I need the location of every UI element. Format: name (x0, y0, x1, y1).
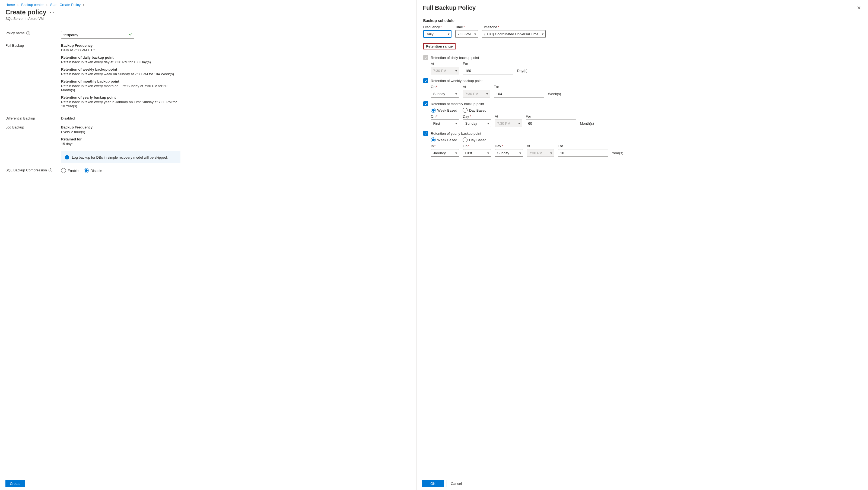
daily-retention-checkbox (423, 55, 428, 60)
full-backup-freq-heading: Backup Frequency (61, 44, 180, 48)
checkmark-icon (129, 32, 133, 37)
monthly-day-label: Day (463, 114, 469, 118)
compression-enable-radio[interactable]: Enable (61, 168, 79, 173)
chevron-down-icon: ▾ (455, 121, 457, 125)
log-backup-freq-heading: Backup Frequency (61, 125, 180, 129)
frequency-label: Frequency (423, 25, 440, 29)
log-backup-freq-value: Every 2 hour(s) (61, 130, 180, 134)
chevron-down-icon: ▾ (448, 32, 450, 36)
yearly-week-based-radio[interactable]: Week Based (431, 138, 457, 142)
more-button[interactable]: ⋯ (50, 9, 55, 15)
time-select[interactable]: 7:30 PM ▾ (455, 30, 478, 38)
page-title: Create policy (5, 8, 46, 16)
chevron-down-icon: ▾ (519, 151, 521, 155)
breadcrumb-home[interactable]: Home (5, 3, 15, 7)
monthly-at-label: At (495, 114, 522, 118)
yearly-retention-label: Retention of yearly backup point (431, 132, 482, 136)
full-backup-freq-value: Daily at 7:30 PM UTC (61, 48, 180, 52)
monthly-retention-checkbox[interactable] (423, 101, 428, 106)
page-subtitle: SQL Server in Azure VM (0, 17, 416, 23)
full-backup-monthly-heading: Retention of monthly backup point (61, 79, 180, 83)
monthly-for-input[interactable] (526, 119, 576, 127)
compression-disable-radio[interactable]: Disable (84, 168, 102, 173)
yearly-on-select[interactable]: First▾ (463, 149, 491, 157)
monthly-retention-label: Retention of monthly backup point (431, 102, 484, 106)
weekly-at-select: 7:30 PM ▾ (463, 90, 490, 97)
ok-button[interactable]: OK (422, 480, 444, 487)
timezone-select[interactable]: (UTC) Coordinated Universal Time ▾ (482, 30, 546, 38)
yearly-for-input[interactable] (558, 149, 608, 157)
yearly-at-label: At (527, 144, 554, 148)
compression-enable-label: Enable (68, 169, 79, 173)
log-backup-ret-heading: Retained for (61, 137, 180, 141)
yearly-unit: Year(s) (612, 151, 623, 157)
monthly-day-select[interactable]: Sunday▾ (463, 119, 491, 127)
monthly-for-label: For (526, 114, 576, 118)
yearly-in-label: In (431, 144, 434, 148)
full-backup-label: Full Backup (5, 44, 61, 48)
monthly-day-based-radio[interactable]: Day Based (463, 108, 487, 113)
policy-name-input[interactable] (61, 31, 134, 38)
compression-label: SQL Backup Compression (5, 168, 47, 172)
monthly-unit: Month(s) (580, 121, 594, 127)
yearly-for-label: For (558, 144, 608, 148)
yearly-day-label: Day (495, 144, 501, 148)
weekly-for-input[interactable] (494, 90, 544, 97)
diff-backup-label: Differential Backup (5, 116, 61, 120)
weekly-on-select[interactable]: Sunday ▾ (431, 90, 459, 97)
yearly-day-based-radio[interactable]: Day Based (463, 138, 487, 142)
full-backup-yearly-value: Retain backup taken every year in Januar… (61, 100, 180, 108)
weekly-at-label: At (463, 85, 490, 89)
frequency-select[interactable]: Daily ▾ (423, 30, 452, 38)
daily-for-input[interactable] (463, 67, 514, 75)
yearly-retention-checkbox[interactable] (423, 131, 428, 136)
chevron-down-icon: ▾ (487, 151, 489, 155)
full-backup-daily-value: Retain backup taken every day at 7:30 PM… (61, 60, 180, 64)
yearly-in-select[interactable]: January▾ (431, 149, 459, 157)
chevron-down-icon: ▾ (455, 69, 457, 73)
chevron-down-icon: ▾ (486, 92, 488, 96)
time-label: Time (455, 25, 463, 29)
monthly-on-label: On (431, 114, 435, 118)
close-icon[interactable]: ✕ (856, 4, 862, 12)
retention-range-heading: Retention range (423, 43, 456, 50)
chevron-right-icon: › (46, 3, 48, 7)
daily-for-label: For (463, 62, 514, 66)
chevron-right-icon: › (83, 3, 84, 7)
daily-unit: Day(s) (517, 69, 527, 75)
compression-disable-label: Disable (90, 169, 102, 173)
chevron-down-icon: ▾ (518, 121, 520, 125)
cancel-button[interactable]: Cancel (446, 480, 466, 487)
weekly-unit: Week(s) (548, 92, 561, 97)
weekly-for-label: For (494, 85, 544, 89)
timezone-label: Timezone (482, 25, 497, 29)
breadcrumb: Home › Backup center › Start: Create Pol… (0, 0, 416, 7)
chevron-down-icon: ▾ (487, 121, 489, 125)
yearly-on-label: On (463, 144, 467, 148)
full-backup-weekly-value: Retain backup taken every week on Sunday… (61, 72, 180, 76)
daily-at-select: 7:30 PM ▾ (431, 67, 459, 75)
panel-title: Full Backup Policy (423, 4, 476, 11)
weekly-retention-checkbox[interactable] (423, 78, 428, 83)
full-backup-weekly-heading: Retention of weekly backup point (61, 67, 180, 71)
yearly-day-select[interactable]: Sunday▾ (495, 149, 523, 157)
monthly-week-based-radio[interactable]: Week Based (431, 108, 457, 113)
chevron-down-icon: ▾ (474, 32, 476, 36)
full-backup-yearly-heading: Retention of yearly backup point (61, 95, 180, 99)
breadcrumb-backup-center[interactable]: Backup center (21, 3, 44, 7)
log-backup-ret-value: 15 days (61, 142, 180, 146)
backup-schedule-heading: Backup schedule (423, 19, 862, 23)
weekly-on-label: On (431, 85, 435, 89)
full-backup-daily-heading: Retention of daily backup point (61, 55, 180, 59)
info-icon[interactable]: i (26, 31, 30, 35)
chevron-down-icon: ▾ (542, 32, 544, 36)
breadcrumb-start-create-policy[interactable]: Start: Create Policy (50, 3, 81, 7)
log-backup-label: Log Backup (5, 125, 61, 129)
info-icon: i (65, 155, 69, 160)
monthly-on-select[interactable]: First▾ (431, 119, 459, 127)
chevron-right-icon: › (18, 3, 19, 7)
policy-name-label: Policy name (5, 31, 25, 35)
create-button[interactable]: Create (5, 480, 25, 487)
info-icon[interactable]: i (49, 168, 52, 172)
daily-retention-label: Retention of daily backup point (431, 56, 479, 60)
